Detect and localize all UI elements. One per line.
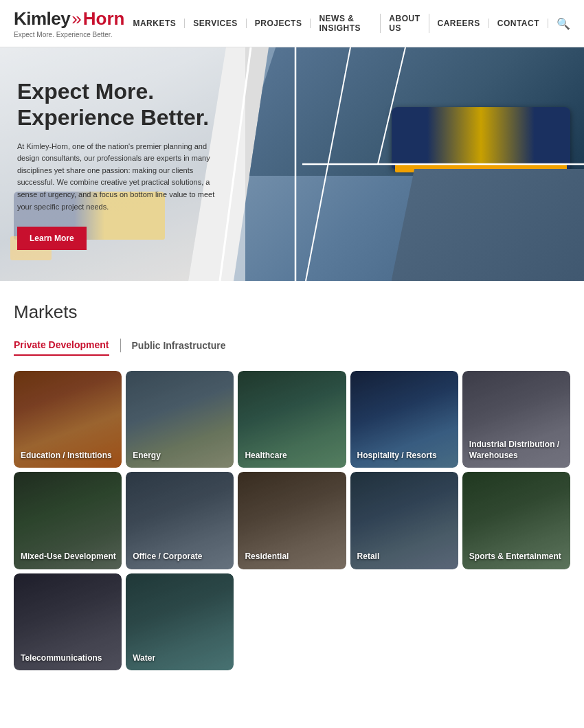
hero-title: Expect More.Experience Better.: [17, 78, 228, 131]
nav-contact[interactable]: CONTACT: [489, 19, 548, 28]
card-office[interactable]: Office / Corporate: [126, 472, 234, 569]
card-label-energy: Energy: [133, 451, 229, 462]
hero-description: At Kimley-Horn, one of the nation's prem…: [17, 141, 228, 214]
nav-projects[interactable]: PROJECTS: [247, 19, 311, 28]
card-label-office: Office / Corporate: [133, 551, 229, 562]
card-mixeduse[interactable]: Mixed-Use Development: [14, 472, 122, 569]
hero-overlay: Expect More.Experience Better. At Kimley…: [0, 47, 245, 281]
train-main: [392, 107, 570, 169]
logo-arrows: »: [71, 8, 81, 30]
card-label-hospitality: Hospitality / Resorts: [357, 451, 454, 462]
tabs-divider: [120, 339, 121, 352]
card-industrial[interactable]: Industrial Distribution / Warehouses: [462, 371, 570, 468]
nav-services[interactable]: SERVICES: [185, 19, 246, 28]
logo[interactable]: Kimley » Horn Expect More. Experience Be…: [14, 8, 124, 38]
card-label-sports: Sports & Entertainment: [469, 551, 566, 562]
card-retail[interactable]: Retail: [350, 472, 458, 569]
markets-grid: Education / Institutions Energy Healthca…: [14, 371, 570, 670]
card-label-residential: Residential: [245, 551, 341, 562]
site-header: Kimley » Horn Expect More. Experience Be…: [0, 0, 584, 47]
nav-markets[interactable]: MARKETS: [124, 19, 185, 28]
card-label-healthcare: Healthcare: [245, 451, 341, 462]
hero-right-panel: [234, 47, 584, 281]
card-label-retail: Retail: [357, 551, 454, 562]
markets-tabs: Private Development Public Infrastructur…: [14, 335, 570, 356]
tab-public-infrastructure[interactable]: Public Infrastructure: [132, 336, 226, 355]
card-residential[interactable]: Residential: [238, 472, 346, 569]
card-energy[interactable]: Energy: [126, 371, 234, 468]
hero-right-top: [234, 47, 584, 176]
nav-about[interactable]: ABOUT US: [381, 14, 429, 33]
card-education[interactable]: Education / Institutions: [14, 371, 122, 468]
logo-horn: Horn: [83, 8, 125, 30]
markets-title: Markets: [14, 302, 570, 323]
nav-careers[interactable]: CAREERS: [429, 19, 489, 28]
card-label-water: Water: [133, 653, 229, 664]
card-sports[interactable]: Sports & Entertainment: [462, 472, 570, 569]
card-label-education: Education / Institutions: [21, 451, 117, 462]
card-telecom[interactable]: Telecommunications: [14, 573, 122, 670]
logo-tagline: Expect More. Experience Better.: [14, 31, 124, 38]
tab-private-development[interactable]: Private Development: [14, 335, 109, 356]
main-nav: MARKETS SERVICES PROJECTS NEWS & INSIGHT…: [124, 14, 570, 33]
markets-section: Markets Private Development Public Infra…: [0, 281, 584, 684]
card-hospitality[interactable]: Hospitality / Resorts: [350, 371, 458, 468]
card-label-telecom: Telecommunications: [21, 653, 117, 664]
nav-news[interactable]: NEWS & INSIGHTS: [311, 14, 381, 33]
card-healthcare[interactable]: Healthcare: [238, 371, 346, 468]
learn-more-button[interactable]: Learn More: [17, 227, 87, 250]
hero-section: Expect More.Experience Better. At Kimley…: [0, 47, 584, 281]
card-label-mixeduse: Mixed-Use Development: [21, 551, 117, 562]
hero-right-bottom: [392, 169, 585, 281]
logo-kimley: Kimley: [14, 8, 70, 30]
card-label-industrial: Industrial Distribution / Warehouses: [469, 440, 566, 461]
search-icon[interactable]: 🔍: [548, 17, 570, 30]
card-water[interactable]: Water: [126, 573, 234, 670]
